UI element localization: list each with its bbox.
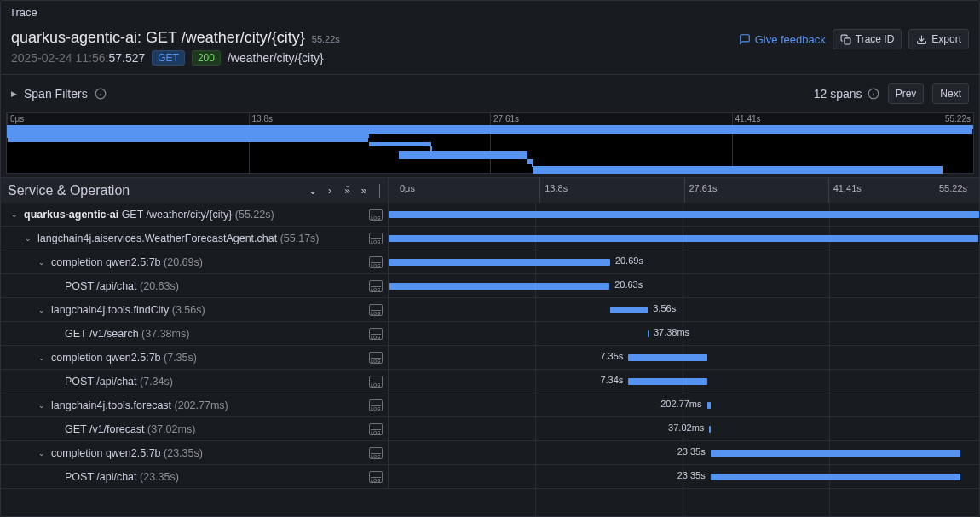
span-name: POST /api/chat (7.34s) bbox=[65, 376, 173, 388]
span-label[interactable]: ⌄completion qwen2.5:7b (23.35s) bbox=[1, 441, 389, 464]
log-icon[interactable] bbox=[369, 304, 383, 316]
span-label[interactable]: ⌄completion qwen2.5:7b (7.35s) bbox=[1, 346, 389, 369]
minimap[interactable]: 0μs 13.8s 27.61s 41.41s 55.22s bbox=[6, 112, 974, 174]
service-operation-title: Service & Operation bbox=[8, 183, 130, 198]
span-row[interactable]: POST /api/chat (23.35s)23.35s bbox=[1, 465, 979, 489]
span-row[interactable]: POST /api/chat (7.34s)7.34s bbox=[1, 370, 979, 393]
chevron-down-icon: ⌄ bbox=[38, 258, 47, 267]
span-label[interactable]: ⌄langchain4j.tools.findCity (3.56s) bbox=[1, 298, 389, 321]
span-row[interactable]: POST /api/chat (20.63s)20.63s bbox=[1, 274, 979, 298]
panel-title: Trace bbox=[1, 1, 979, 24]
span-label[interactable]: ⌄langchain4j.aiservices.WeatherForecastA… bbox=[1, 227, 389, 250]
span-row[interactable]: ⌄langchain4j.tools.forecast (202.77ms)20… bbox=[1, 393, 979, 417]
trace-header: quarkus-agentic-ai: GET /weather/city/{c… bbox=[1, 24, 979, 75]
span-label[interactable]: GET /v1/forecast (37.02ms) bbox=[1, 417, 389, 440]
minimap-tick: 41.41s bbox=[732, 113, 761, 125]
span-bar[interactable] bbox=[711, 450, 960, 457]
span-track: 7.34s bbox=[389, 370, 979, 393]
span-label[interactable]: POST /api/chat (20.63s) bbox=[1, 274, 389, 297]
chevron-down-icon: ⌄ bbox=[38, 449, 47, 457]
collapse-all-icon[interactable]: »̌ bbox=[339, 185, 355, 197]
span-name: POST /api/chat (20.63s) bbox=[65, 280, 179, 292]
span-row[interactable]: ⌄completion qwen2.5:7b (20.69s)20.69s bbox=[1, 250, 979, 274]
log-icon[interactable] bbox=[369, 328, 383, 340]
span-bar[interactable] bbox=[389, 283, 609, 290]
log-icon[interactable] bbox=[369, 447, 383, 459]
span-track: 202.77ms bbox=[389, 393, 979, 416]
next-button[interactable]: Next bbox=[932, 83, 969, 104]
span-filters-row: ▶ Span Filters 12 spans Prev Next bbox=[1, 75, 979, 112]
span-track: 20.63s bbox=[389, 274, 979, 297]
chat-icon bbox=[739, 33, 751, 45]
span-row[interactable]: ⌄quarkus-agentic-ai GET /weather/city/{c… bbox=[1, 203, 979, 227]
span-bar[interactable] bbox=[707, 402, 711, 409]
span-row[interactable]: ⌄completion qwen2.5:7b (23.35s)23.35s bbox=[1, 441, 979, 465]
trace-timestamp: 2025-02-24 11:56:57.527 bbox=[11, 51, 145, 65]
expand-icon[interactable]: › bbox=[322, 185, 337, 197]
trace-panel: Trace quarkus-agentic-ai: GET /weather/c… bbox=[0, 0, 980, 517]
span-bar[interactable] bbox=[610, 307, 648, 313]
span-bar[interactable] bbox=[389, 259, 610, 266]
span-bar-duration: 202.77ms bbox=[660, 399, 701, 409]
log-icon[interactable] bbox=[369, 280, 383, 292]
resize-handle[interactable] bbox=[377, 184, 381, 198]
minimap-tick: 27.61s bbox=[490, 113, 519, 125]
info-icon bbox=[868, 88, 879, 100]
minimap-body[interactable] bbox=[7, 125, 973, 173]
log-icon[interactable] bbox=[369, 352, 383, 364]
http-route: /weather/city/{city} bbox=[228, 51, 324, 65]
download-icon bbox=[916, 34, 927, 45]
span-label[interactable]: POST /api/chat (7.34s) bbox=[1, 370, 389, 393]
timeline-tick: 13.8s bbox=[539, 178, 568, 203]
collapse-icon[interactable]: ⌄ bbox=[305, 185, 320, 197]
span-label[interactable]: ⌄langchain4j.tools.forecast (202.77ms) bbox=[1, 393, 389, 416]
trace-id-button[interactable]: Trace ID bbox=[833, 29, 902, 49]
expand-all-icon[interactable]: » bbox=[356, 185, 372, 197]
log-icon[interactable] bbox=[369, 376, 383, 388]
span-name: langchain4j.tools.findCity (3.56s) bbox=[51, 304, 205, 316]
span-bar[interactable] bbox=[389, 235, 978, 242]
log-icon[interactable] bbox=[369, 471, 383, 483]
span-name: langchain4j.tools.forecast (202.77ms) bbox=[51, 399, 228, 411]
span-row[interactable]: GET /v1/search (37.38ms)37.38ms bbox=[1, 322, 979, 346]
log-icon[interactable] bbox=[369, 399, 383, 411]
trace-title: quarkus-agentic-ai: GET /weather/city/{c… bbox=[11, 29, 305, 47]
span-bar[interactable] bbox=[711, 474, 960, 480]
span-row[interactable]: ⌄langchain4j.tools.findCity (3.56s)3.56s bbox=[1, 298, 979, 322]
prev-button[interactable]: Prev bbox=[888, 83, 925, 104]
log-icon[interactable] bbox=[369, 233, 383, 244]
span-name: quarkus-agentic-ai GET /weather/city/{ci… bbox=[24, 209, 274, 221]
span-name: completion qwen2.5:7b (7.35s) bbox=[51, 352, 197, 364]
timeline-column: 0μs 13.8s 27.61s 41.41s 55.22s bbox=[389, 178, 979, 203]
log-icon[interactable] bbox=[369, 423, 383, 435]
span-row[interactable]: ⌄completion qwen2.5:7b (7.35s)7.35s bbox=[1, 346, 979, 370]
span-bar[interactable] bbox=[709, 426, 710, 433]
span-filters-toggle[interactable]: ▶ Span Filters bbox=[11, 87, 107, 101]
trace-duration: 55.22s bbox=[312, 34, 340, 44]
span-bar[interactable] bbox=[389, 211, 979, 218]
span-track: 20.69s bbox=[389, 250, 979, 273]
log-icon[interactable] bbox=[369, 256, 383, 268]
span-row[interactable]: GET /v1/forecast (37.02ms)37.02ms bbox=[1, 417, 979, 441]
give-feedback-link[interactable]: Give feedback bbox=[739, 33, 826, 46]
chevron-down-icon: ⌄ bbox=[38, 306, 47, 314]
span-bar[interactable] bbox=[628, 378, 706, 385]
span-track: 37.38ms bbox=[389, 322, 979, 345]
span-row[interactable]: ⌄langchain4j.aiservices.WeatherForecastA… bbox=[1, 227, 979, 250]
span-bar[interactable] bbox=[628, 354, 706, 361]
span-label[interactable]: ⌄completion qwen2.5:7b (20.69s) bbox=[1, 250, 389, 273]
export-button[interactable]: Export bbox=[908, 29, 969, 49]
timeline-tick: 55.22s bbox=[935, 178, 967, 203]
span-track: 3.56s bbox=[389, 298, 979, 321]
log-icon[interactable] bbox=[369, 209, 383, 221]
trace-columns: Service & Operation ⌄ › »̌ » 0μs 13.8s 2… bbox=[1, 177, 979, 203]
timeline-tick: 27.61s bbox=[684, 178, 718, 203]
span-label[interactable]: POST /api/chat (23.35s) bbox=[1, 465, 389, 488]
span-bar-duration: 7.34s bbox=[600, 375, 623, 385]
service-operation-column: Service & Operation ⌄ › »̌ » bbox=[1, 178, 389, 203]
span-label[interactable]: ⌄quarkus-agentic-ai GET /weather/city/{c… bbox=[1, 203, 389, 226]
span-label[interactable]: GET /v1/search (37.38ms) bbox=[1, 322, 389, 345]
copy-icon bbox=[840, 34, 851, 45]
span-bar[interactable] bbox=[648, 330, 649, 337]
http-method-badge: GET bbox=[152, 50, 185, 66]
